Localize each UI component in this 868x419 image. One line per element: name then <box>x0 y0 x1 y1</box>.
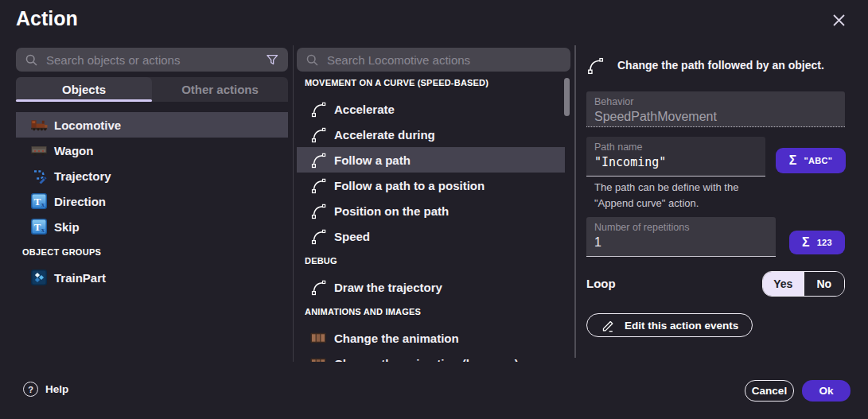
text-object-icon: T x <box>30 219 48 235</box>
action-row-follow-a-path[interactable]: Follow a path <box>297 147 565 173</box>
action-row-accelerate[interactable]: Accelerate <box>297 96 565 122</box>
help-link[interactable]: ? Help <box>23 382 68 397</box>
object-row-skip[interactable]: T x Skip <box>16 214 288 239</box>
object-label: Trajectory <box>54 169 111 183</box>
help-icon: ? <box>23 382 38 397</box>
action-row-change-the-animation-by-name[interactable]: Change the animation (by name) <box>297 351 565 362</box>
action-dialog: Action Objects Other actions <box>0 0 868 419</box>
loop-yes-option[interactable]: Yes <box>763 272 804 296</box>
section-header: ANIMATIONS AND IMAGES <box>297 306 565 317</box>
action-label: Draw the trajectory <box>334 281 442 294</box>
object-row-locomotive[interactable]: Locomotive <box>16 112 288 138</box>
action-label: Position on the path <box>334 204 449 218</box>
path-name-field[interactable]: Path name "Incoming" <box>586 137 765 177</box>
objects-search-box <box>16 48 288 72</box>
path-curve-icon <box>309 228 328 245</box>
action-row-follow-a-path-to-a-position[interactable]: Follow a path to a position <box>297 173 565 198</box>
filter-icon[interactable] <box>265 52 279 67</box>
path-name-field-value: "Incoming" <box>594 155 757 169</box>
actions-search-input[interactable] <box>327 53 562 67</box>
repetitions-field-value: 1 <box>594 235 768 250</box>
action-label: Accelerate during <box>334 128 435 142</box>
path-curve-icon <box>309 203 328 219</box>
action-label: Accelerate <box>334 103 395 116</box>
svg-text:T: T <box>34 221 41 233</box>
panel-divider-left <box>293 45 294 362</box>
action-row-draw-the-trajectory[interactable]: Draw the trajectory <box>297 274 565 300</box>
group-label: TrainPart <box>54 271 106 285</box>
object-row-trajectory[interactable]: Trajectory <box>16 163 288 188</box>
expression-button-label: 123 <box>817 238 832 247</box>
behavior-field-value: SpeedPathMovement <box>594 110 837 124</box>
close-button[interactable] <box>829 10 848 29</box>
repetitions-field[interactable]: Number of repetitions 1 <box>586 217 776 257</box>
svg-text:T: T <box>34 196 41 208</box>
object-row-trainpart[interactable]: TrainPart <box>16 265 288 290</box>
repetitions-expression-button[interactable]: Σ 123 <box>789 231 845 254</box>
path-help-line1: The path can be define with the <box>594 180 793 196</box>
object-label: Locomotive <box>54 118 121 132</box>
loop-label: Loop <box>586 277 616 290</box>
search-icon <box>306 53 319 67</box>
objects-search-input[interactable] <box>46 53 257 67</box>
actions-scrollbar-thumb[interactable] <box>564 78 570 116</box>
page-title: Action <box>16 7 78 30</box>
svg-text:x: x <box>41 227 45 234</box>
object-label: Wagon <box>54 144 93 157</box>
edit-action-events-label: Edit this action events <box>625 320 738 332</box>
object-label: Skip <box>54 220 80 234</box>
path-name-field-label: Path name <box>594 142 757 153</box>
locomotive-icon <box>30 119 48 131</box>
object-groups-header: OBJECT GROUPS <box>16 239 288 265</box>
path-curve-icon <box>309 101 328 118</box>
object-row-wagon[interactable]: Wagon <box>16 138 288 163</box>
sigma-icon: Σ <box>802 236 810 249</box>
animation-icon <box>309 358 328 362</box>
animation-icon <box>309 332 328 343</box>
tab-objects[interactable]: Objects <box>16 77 152 102</box>
path-curve-icon <box>309 126 328 143</box>
cancel-button[interactable]: Cancel <box>745 380 794 402</box>
action-label: Follow a path to a position <box>334 179 485 192</box>
active-tab-underline <box>16 99 152 102</box>
path-curve-icon <box>586 56 605 75</box>
path-help-line2: "Append curve" action. <box>594 196 793 211</box>
edit-action-events-button[interactable]: Edit this action events <box>586 313 753 337</box>
loop-toggle: Yes No <box>762 271 845 297</box>
action-label: Follow a path <box>334 153 411 167</box>
action-label: Change the animation (by name) <box>334 357 519 363</box>
action-row-position-on-the-path[interactable]: Position on the path <box>297 198 565 223</box>
tab-objects-label: Objects <box>62 83 106 96</box>
path-curve-icon <box>309 279 328 296</box>
left-panel-tabs: Objects Other actions <box>16 77 288 102</box>
path-expression-button[interactable]: Σ "ABC" <box>776 148 846 173</box>
trajectory-icon <box>30 168 48 184</box>
object-row-direction[interactable]: T x Direction <box>16 188 288 214</box>
tab-other-actions-label: Other actions <box>181 83 259 96</box>
svg-text:x: x <box>41 201 45 208</box>
repetitions-field-label: Number of repetitions <box>594 222 768 233</box>
behavior-field: Behavior SpeedPathMovement <box>586 91 845 127</box>
pencil-icon <box>601 318 616 333</box>
close-icon <box>832 14 846 27</box>
behavior-field-label: Behavior <box>594 96 837 107</box>
tab-other-actions[interactable]: Other actions <box>152 77 288 102</box>
panel-divider-right <box>574 45 576 358</box>
text-object-icon: T x <box>30 193 48 209</box>
object-group-icon <box>30 270 48 285</box>
ok-button[interactable]: Ok <box>802 380 850 402</box>
objects-list: Locomotive Wagon <box>16 112 288 290</box>
actions-list: MOVEMENT ON A CURVE (SPEED-BASED) Accele… <box>297 77 565 362</box>
loop-no-option[interactable]: No <box>804 272 845 296</box>
action-description-row: Change the path followed by an object. <box>586 54 849 76</box>
wagon-icon <box>30 145 48 156</box>
actions-search-box <box>297 48 570 72</box>
section-header: DEBUG <box>297 255 565 266</box>
action-row-accelerate-during[interactable]: Accelerate during <box>297 122 565 147</box>
object-label: Direction <box>54 195 106 208</box>
sigma-icon: Σ <box>789 154 797 167</box>
action-row-change-the-animation[interactable]: Change the animation <box>297 325 565 351</box>
help-label: Help <box>45 383 68 395</box>
action-row-speed[interactable]: Speed <box>297 223 565 249</box>
action-label: Speed <box>334 230 370 243</box>
